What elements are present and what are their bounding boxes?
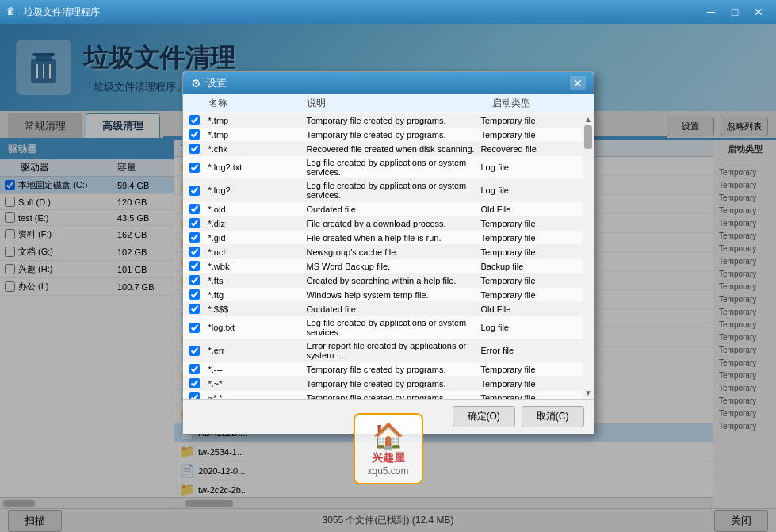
titlebar-title: 垃圾文件清理程序 (24, 6, 700, 19)
modal-row[interactable]: *.log? Log file created by applications … (183, 179, 583, 202)
row-desc: Outdated file. (307, 304, 478, 314)
row-desc: Temporary file created by programs. (307, 130, 478, 140)
row-desc: Outdated file. (307, 205, 478, 214)
row-checkbox[interactable] (189, 144, 200, 154)
row-name: *.ftg (208, 290, 304, 300)
modal-row[interactable]: *.old Outdated file. Old File (183, 202, 583, 216)
modal-row[interactable]: *.ftg Windows help system temp file. Tem… (183, 288, 583, 302)
row-desc: Error report file created by application… (307, 341, 478, 360)
modal-row[interactable]: *.~* Temporary file created by programs.… (183, 377, 583, 391)
modal-row[interactable]: *.$$$ Outdated file. Old File (183, 302, 583, 316)
row-checkbox[interactable] (189, 163, 200, 173)
row-name: *.--- (208, 365, 304, 374)
row-name: *.$$$ (208, 304, 304, 314)
row-checkbox[interactable] (189, 232, 200, 243)
row-name: *.fts (208, 276, 304, 285)
col-check (189, 97, 205, 110)
row-type: Log file (481, 323, 576, 332)
row-desc: Newsgroup's cache file. (307, 247, 478, 257)
row-type: Temporary file (481, 116, 576, 125)
modal-body-container: *.tmp Temporary file created by programs… (183, 113, 594, 399)
col-desc-header: 说明 (307, 97, 489, 110)
row-type: Error file (481, 346, 576, 355)
modal-row[interactable]: *.diz File created by a download process… (183, 216, 583, 231)
row-name: *.err (208, 346, 304, 355)
row-checkbox[interactable] (189, 346, 200, 356)
row-type: Temporary file (481, 233, 576, 243)
row-desc: MS Word Backup file. (307, 262, 478, 271)
titlebar-controls: ─ □ ✕ (700, 4, 770, 20)
row-name: *.chk (208, 144, 304, 154)
row-type: Temporary file (481, 393, 576, 400)
modal-content: 名称 说明 启动类型 *.tmp Temporary file created … (183, 94, 594, 434)
v-scroll-thumb (584, 125, 592, 149)
row-name: *.gid (208, 233, 304, 243)
row-name: ~*.* (208, 393, 304, 400)
titlebar: 🗑 垃圾文件清理程序 ─ □ ✕ (0, 0, 776, 24)
modal-cancel-button[interactable]: 取消(C) (522, 406, 584, 427)
row-desc: Recovered file created when disk scannin… (307, 144, 478, 154)
modal-ok-button[interactable]: 确定(O) (453, 406, 515, 427)
modal-rows: *.tmp Temporary file created by programs… (183, 113, 583, 399)
modal-row[interactable]: *.tmp Temporary file created by programs… (183, 128, 583, 142)
row-name: *.diz (208, 219, 304, 228)
row-name: *log.txt (208, 323, 304, 332)
modal-row[interactable]: *.fts Created by searching within a help… (183, 274, 583, 288)
modal-row[interactable]: *.chk Recovered file created when disk s… (183, 142, 583, 156)
v-scrollbar[interactable]: ▲ ▼ (583, 113, 594, 399)
minimize-button[interactable]: ─ (700, 4, 722, 20)
row-type: Temporary file (481, 365, 576, 374)
col-type-header: 启动类型 (492, 97, 587, 110)
row-checkbox[interactable] (189, 323, 200, 333)
row-name: *.~* (208, 379, 304, 388)
row-name: *.tmp (208, 116, 304, 125)
modal-overlay: ⚙ 设置 ✕ 名称 说明 启动类型 *.tmp Temporary file c… (0, 24, 776, 532)
row-type: Old File (481, 304, 576, 314)
app-icon: 🗑 (6, 6, 19, 18)
modal-row[interactable]: *.nch Newsgroup's cache file. Temporary … (183, 245, 583, 259)
scroll-up-btn[interactable]: ▲ (584, 115, 592, 124)
modal-row[interactable]: *log.txt Log file created by application… (183, 316, 583, 339)
row-type: Temporary file (481, 219, 576, 228)
row-checkbox[interactable] (189, 261, 200, 271)
row-checkbox[interactable] (189, 218, 200, 228)
row-checkbox[interactable] (189, 364, 200, 374)
row-checkbox[interactable] (189, 289, 200, 300)
modal-row[interactable]: *.--- Temporary file created by programs… (183, 362, 583, 377)
row-checkbox[interactable] (189, 378, 200, 388)
window-close-button[interactable]: ✕ (747, 4, 770, 20)
row-checkbox[interactable] (189, 129, 200, 140)
modal-close-button[interactable]: ✕ (570, 76, 586, 90)
row-checkbox[interactable] (189, 275, 200, 285)
row-type: Recovered file (481, 144, 576, 154)
modal-row[interactable]: *.gid File created when a help file is r… (183, 231, 583, 245)
row-type: Backup file (481, 262, 576, 271)
row-checkbox[interactable] (189, 392, 200, 399)
modal-row[interactable]: ~*.* Temporary file created by programs.… (183, 391, 583, 399)
row-desc: File created by a download process. (307, 219, 478, 228)
row-name: *.old (208, 205, 304, 214)
row-desc: Temporary file created by programs. (307, 393, 478, 400)
row-checkbox[interactable] (189, 115, 200, 125)
settings-modal: ⚙ 设置 ✕ 名称 说明 启动类型 *.tmp Temporary file c… (182, 71, 594, 434)
maximize-button[interactable]: □ (724, 4, 746, 20)
row-name: *.log?.txt (208, 163, 304, 172)
modal-table-header: 名称 说明 启动类型 (183, 94, 594, 113)
row-desc: Log file created by applications or syst… (307, 318, 478, 337)
modal-row[interactable]: *.err Error report file created by appli… (183, 339, 583, 362)
row-name: *.log? (208, 186, 304, 195)
row-checkbox[interactable] (189, 204, 200, 214)
row-checkbox[interactable] (189, 304, 200, 314)
modal-row[interactable]: *.log?.txt Log file created by applicati… (183, 156, 583, 179)
scroll-down-btn[interactable]: ▼ (584, 388, 592, 397)
row-desc: Temporary file created by programs. (307, 116, 478, 125)
row-checkbox[interactable] (189, 247, 200, 257)
row-type: Temporary file (481, 247, 576, 257)
modal-row[interactable]: *.wbk MS Word Backup file. Backup file (183, 259, 583, 274)
row-desc: File created when a help file is run. (307, 233, 478, 243)
row-type: Temporary file (481, 276, 576, 285)
modal-row[interactable]: *.tmp Temporary file created by programs… (183, 113, 583, 128)
row-checkbox[interactable] (189, 186, 200, 196)
row-desc: Windows help system temp file. (307, 290, 478, 300)
row-type: Log file (481, 163, 576, 172)
